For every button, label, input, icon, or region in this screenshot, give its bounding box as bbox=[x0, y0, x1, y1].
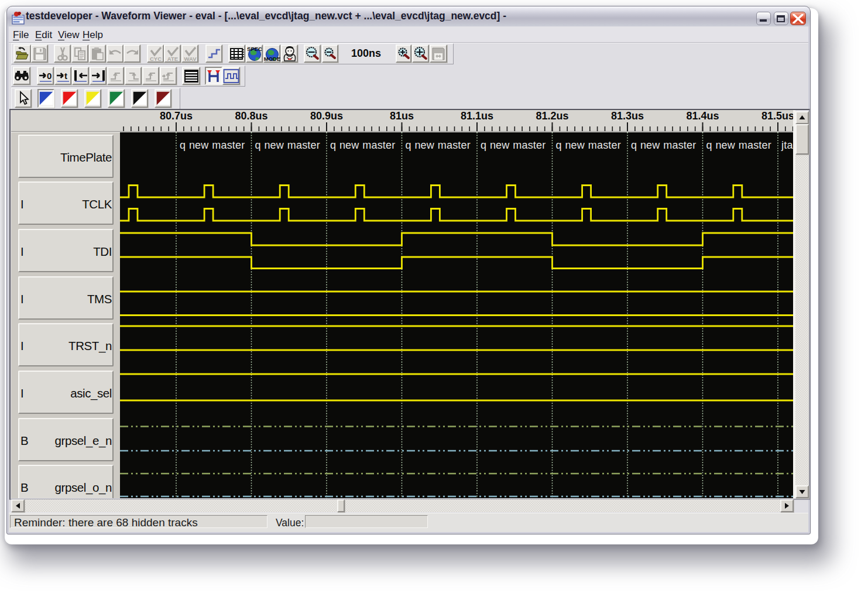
svg-text:jtag: jtag bbox=[781, 139, 793, 151]
svg-text:WAV: WAV bbox=[184, 56, 197, 62]
svg-text:MODE: MODE bbox=[264, 56, 280, 62]
svg-text:CYC: CYC bbox=[149, 56, 161, 62]
svg-text:q new master: q new master bbox=[255, 139, 320, 151]
svg-text:q new master: q new master bbox=[330, 139, 395, 151]
svg-text:q new master: q new master bbox=[556, 139, 621, 151]
svg-text:q new master: q new master bbox=[406, 139, 471, 151]
svg-text:q new master: q new master bbox=[631, 139, 696, 151]
svg-text:SPEC: SPEC bbox=[247, 46, 262, 52]
svg-text:q new master: q new master bbox=[481, 139, 545, 151]
svg-text:ATE: ATE bbox=[167, 56, 177, 62]
svg-text:q new master: q new master bbox=[180, 139, 245, 151]
svg-text:t: t bbox=[64, 71, 67, 81]
svg-text:q new master: q new master bbox=[706, 139, 771, 151]
svg-text:0: 0 bbox=[47, 71, 52, 81]
